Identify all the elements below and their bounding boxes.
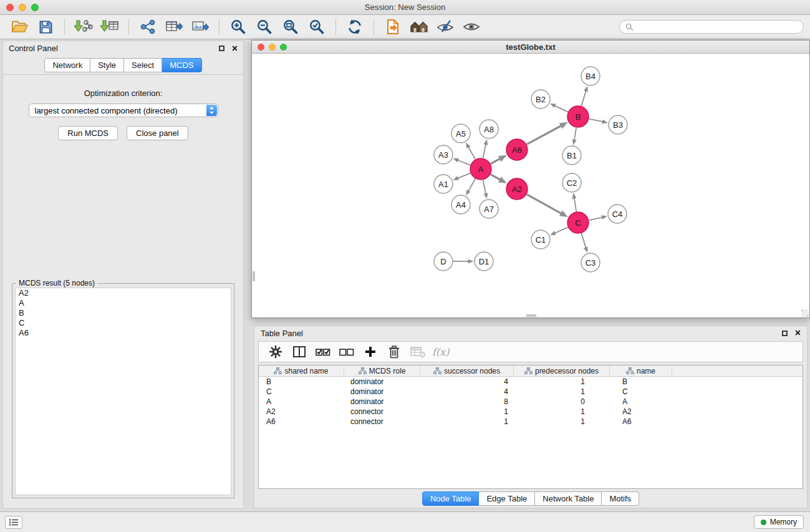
function-builder-button[interactable]: f(x) (432, 346, 449, 358)
tab-select[interactable]: Select (124, 58, 162, 72)
graph-edge-A-A7[interactable] (483, 180, 488, 199)
graph-edge-A-A8[interactable] (483, 139, 488, 158)
split-column-button[interactable] (290, 343, 309, 360)
graph-edge-B-B1[interactable] (572, 128, 577, 145)
vertical-scroll-thumb[interactable] (253, 271, 255, 281)
memory-button[interactable]: Memory (754, 515, 804, 529)
network-maximize-button[interactable] (280, 44, 287, 51)
network-minimize-button[interactable] (269, 44, 276, 51)
column-header-predecessor-nodes[interactable]: predecessor nodes (514, 365, 610, 376)
table-row[interactable]: A2connector11A2 (259, 407, 803, 417)
column-header-shared-name[interactable]: shared name (259, 365, 344, 376)
deselect-all-button[interactable] (337, 343, 356, 360)
graph-edge-B-B2[interactable] (550, 104, 568, 112)
save-session-button[interactable] (34, 17, 57, 36)
network-canvas[interactable]: B4B2BB3B1A5A8A6A3AA1A2C2A4A7C4CC1C3DD1 (252, 54, 809, 317)
network-graph[interactable]: B4B2BB3B1A5A8A6A3AA1A2C2A4A7C4CC1C3DD1 (252, 54, 809, 317)
gear-button[interactable] (266, 343, 285, 360)
search-input[interactable] (637, 22, 798, 31)
graph-edge-A2-C[interactable] (527, 195, 568, 217)
graph-node-A2[interactable]: A2 (506, 178, 528, 200)
mcds-result-item[interactable]: A (16, 298, 231, 308)
graph-node-B3[interactable]: B3 (609, 115, 627, 134)
network-close-button[interactable] (258, 44, 264, 51)
close-window-button[interactable] (6, 4, 14, 11)
float-panel-icon[interactable] (219, 46, 224, 51)
search-box[interactable] (619, 20, 804, 34)
horizontal-scroll-thumb[interactable] (526, 314, 536, 317)
birds-eye-button[interactable] (460, 17, 483, 36)
graph-node-C4[interactable]: C4 (608, 205, 627, 223)
graph-node-C1[interactable]: C1 (531, 230, 550, 249)
table-row[interactable]: Adominator80A (259, 397, 803, 407)
tab-node-table[interactable]: Node Table (422, 491, 480, 506)
graph-edge-C-C4[interactable] (589, 215, 607, 220)
graph-node-A3[interactable]: A3 (434, 145, 453, 164)
close-panel-icon[interactable]: × (232, 46, 238, 52)
run-mcds-button[interactable]: Run MCDS (58, 126, 118, 140)
zoom-in-button[interactable] (227, 17, 249, 36)
mcds-result-item[interactable]: C (16, 318, 231, 328)
tab-mcds[interactable]: MCDS (162, 58, 201, 72)
network-window-titlebar[interactable]: testGlobe.txt (252, 41, 809, 54)
graph-node-D1[interactable]: D1 (475, 252, 493, 271)
zoom-out-button[interactable] (253, 17, 276, 36)
zoom-fit-button[interactable] (279, 17, 302, 36)
import-table-file-button[interactable] (99, 17, 121, 36)
table-row[interactable]: Bdominator41B (259, 377, 803, 387)
graph-node-B1[interactable]: B1 (562, 146, 581, 165)
graph-node-D[interactable]: D (434, 252, 453, 271)
zoom-selected-button[interactable] (306, 17, 328, 36)
graph-node-A4[interactable]: A4 (451, 195, 470, 214)
mcds-result-item[interactable]: B (16, 308, 231, 318)
graph-node-B2[interactable]: B2 (531, 90, 550, 109)
graph-node-C2[interactable]: C2 (562, 173, 581, 192)
delete-column-button[interactable] (385, 343, 403, 360)
graph-node-C3[interactable]: C3 (581, 253, 600, 272)
graph-edge-D-D1[interactable] (453, 259, 474, 263)
graph-edge-C-C3[interactable] (581, 233, 587, 253)
graph-node-A1[interactable]: A1 (434, 175, 453, 193)
graph-node-B[interactable]: B (567, 106, 589, 127)
graph-node-C[interactable]: C (567, 212, 589, 233)
tab-edge-table[interactable]: Edge Table (479, 491, 535, 506)
column-header-mcds-role[interactable]: MCDS role (344, 365, 420, 376)
column-header-name[interactable]: name (610, 365, 672, 376)
apply-layout-refresh-button[interactable] (344, 17, 366, 36)
tab-style[interactable]: Style (90, 58, 124, 72)
graph-edge-A6-B[interactable] (527, 122, 568, 145)
graph-node-A7[interactable]: A7 (480, 200, 498, 218)
tab-network-table[interactable]: Network Table (535, 491, 602, 506)
mcds-result-item[interactable]: A2 (16, 288, 231, 298)
first-neighbors-button[interactable] (408, 17, 430, 36)
task-history-button[interactable] (5, 516, 22, 529)
import-network-file-button[interactable] (72, 17, 95, 36)
table-row[interactable]: Cdominator41C (259, 387, 803, 397)
optimization-criterion-dropdown[interactable]: largest connected component (directed) (29, 104, 218, 117)
graph-edge-B-B3[interactable] (589, 119, 608, 124)
tab-network[interactable]: Network (44, 58, 90, 72)
close-panel-button[interactable]: Close panel (127, 126, 188, 140)
graph-edge-C-C1[interactable] (550, 227, 568, 235)
float-table-panel-icon[interactable] (782, 331, 788, 336)
clear-table-button[interactable] (408, 343, 427, 360)
graph-edge-A-A5[interactable] (466, 142, 475, 159)
export-table-button[interactable] (163, 17, 185, 36)
tab-motifs[interactable]: Motifs (602, 491, 639, 506)
import-document-button[interactable] (382, 17, 404, 36)
column-header-successor-nodes[interactable]: successor nodes (420, 365, 514, 376)
graph-edge-A-A4[interactable] (466, 179, 475, 196)
graph-edge-C-C2[interactable] (572, 193, 576, 211)
graph-node-A6[interactable]: A6 (506, 139, 528, 160)
graph-edge-B-B4[interactable] (581, 86, 588, 106)
graph-node-B4[interactable]: B4 (581, 67, 600, 85)
mcds-result-item[interactable]: A6 (16, 328, 231, 338)
graph-node-A[interactable]: A (470, 158, 491, 180)
graphics-details-button[interactable] (434, 17, 456, 36)
graph-node-A8[interactable]: A8 (480, 120, 498, 138)
add-column-button[interactable] (361, 343, 380, 360)
close-table-panel-icon[interactable]: × (795, 330, 801, 336)
export-image-button[interactable] (189, 17, 211, 36)
new-network-selection-button[interactable] (137, 17, 159, 36)
graph-edge-A-A3[interactable] (453, 158, 470, 165)
